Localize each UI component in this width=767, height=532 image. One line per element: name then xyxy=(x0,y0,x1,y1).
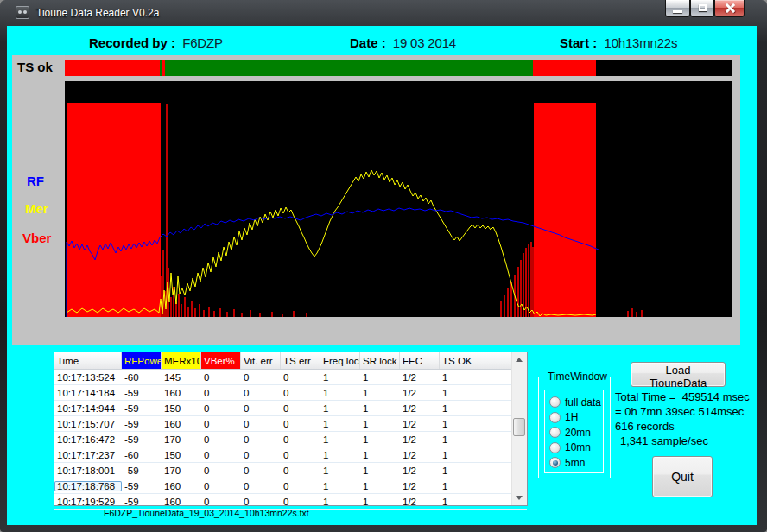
vertical-scrollbar[interactable] xyxy=(511,352,527,505)
load-tiounedata-button[interactable]: Load TiouneData xyxy=(631,362,726,387)
scroll-down-button[interactable] xyxy=(512,491,526,505)
column-header[interactable]: SR lock xyxy=(360,352,400,369)
column-header[interactable]: Vit. err xyxy=(241,352,281,369)
table-cell[interactable]: 10:17:18:001 xyxy=(54,466,122,476)
table-cell[interactable]: 10:17:15:707 xyxy=(54,419,122,429)
table-cell[interactable]: 0 xyxy=(201,481,241,491)
column-header[interactable]: TS err xyxy=(281,352,320,369)
close-button[interactable] xyxy=(714,0,745,17)
table-cell[interactable]: 0 xyxy=(281,434,320,445)
table-cell[interactable]: -59 xyxy=(122,497,162,507)
table-cell[interactable]: 1 xyxy=(360,497,400,507)
table-cell[interactable]: 0 xyxy=(281,466,320,476)
table-cell[interactable]: 160 xyxy=(162,388,201,398)
table-cell[interactable]: 170 xyxy=(162,434,201,445)
table-cell[interactable]: 10:17:18:768 xyxy=(54,481,122,491)
table-cell[interactable]: 1 xyxy=(360,388,400,398)
table-cell[interactable]: 0 xyxy=(201,434,241,445)
table-cell[interactable]: 0 xyxy=(241,388,281,398)
table-cell[interactable]: 0 xyxy=(281,372,320,383)
titlebar[interactable]: Tioune Data Reader V0.2a xyxy=(0,0,767,26)
table-cell[interactable]: 10:17:19:529 xyxy=(54,497,122,507)
table-cell[interactable]: 0 xyxy=(201,497,241,507)
table-cell[interactable]: -59 xyxy=(122,419,162,429)
table-cell[interactable]: 0 xyxy=(241,434,281,445)
table-cell[interactable]: 1/2 xyxy=(400,466,440,476)
table-cell[interactable]: 10:17:14:184 xyxy=(54,388,122,398)
table-row[interactable]: 10:17:16:472-59170000111/21 xyxy=(54,432,527,447)
table-cell[interactable]: 0 xyxy=(281,497,320,507)
table-cell[interactable]: 1/2 xyxy=(400,372,440,383)
table-cell[interactable]: 1 xyxy=(440,466,479,476)
radio-20mn[interactable]: 20mn xyxy=(549,425,603,440)
table-cell[interactable]: 10:17:16:472 xyxy=(54,434,122,445)
table-cell[interactable]: 150 xyxy=(162,403,201,414)
table-cell[interactable]: 0 xyxy=(281,403,320,414)
radio-full-data[interactable]: full data xyxy=(549,395,603,409)
table-cell[interactable]: 10:17:14:944 xyxy=(54,403,122,414)
table-cell[interactable]: -59 xyxy=(122,388,162,398)
table-cell[interactable]: 0 xyxy=(241,372,281,383)
table-cell[interactable]: 10:17:17:237 xyxy=(54,450,122,460)
table-cell[interactable]: 1 xyxy=(320,403,360,414)
table-cell[interactable]: 10:17:13:524 xyxy=(54,372,122,383)
table-cell[interactable]: 1 xyxy=(360,434,400,445)
table-cell[interactable]: -59 xyxy=(122,466,162,476)
table-cell[interactable]: 1 xyxy=(360,403,400,414)
table-cell[interactable]: 1 xyxy=(440,497,479,507)
table-row[interactable]: 10:17:15:707-59160000111/21 xyxy=(54,416,527,432)
table-row[interactable]: 10:17:13:524-60145000111/21 xyxy=(54,370,527,385)
table-cell[interactable]: 0 xyxy=(201,403,241,414)
table-row[interactable]: 10:17:14:944-59150000111/21 xyxy=(54,401,527,416)
table-cell[interactable]: 0 xyxy=(281,481,320,491)
table-cell[interactable]: 0 xyxy=(201,450,241,460)
table-cell[interactable]: 1 xyxy=(320,388,360,398)
radio-10mn[interactable]: 10mn xyxy=(549,440,603,455)
table-cell[interactable]: 1 xyxy=(320,434,360,445)
quit-button[interactable]: Quit xyxy=(652,456,713,497)
table-cell[interactable]: 1 xyxy=(320,481,360,491)
table-cell[interactable]: 1/2 xyxy=(400,481,440,491)
table-cell[interactable]: -59 xyxy=(122,434,162,445)
table-cell[interactable]: 0 xyxy=(241,419,281,429)
table-row[interactable]: 10:17:14:184-59160000111/21 xyxy=(54,385,527,401)
table-cell[interactable]: 1 xyxy=(440,372,479,383)
column-header[interactable]: TS OK xyxy=(440,352,479,369)
table-cell[interactable]: 1 xyxy=(440,434,479,445)
table-cell[interactable]: 1 xyxy=(360,450,400,460)
table-cell[interactable]: 0 xyxy=(241,497,281,507)
table-cell[interactable]: 145 xyxy=(162,372,201,383)
table-cell[interactable]: 1 xyxy=(440,450,479,460)
table-cell[interactable]: 1 xyxy=(360,372,400,383)
table-cell[interactable]: 1 xyxy=(360,419,400,429)
minimize-button[interactable] xyxy=(665,0,690,17)
table-cell[interactable]: 1 xyxy=(440,388,479,398)
table-cell[interactable]: 0 xyxy=(201,419,241,429)
table-row[interactable]: 10:17:18:768-59160000111/21 xyxy=(54,478,527,494)
table-cell[interactable]: 0 xyxy=(201,466,241,476)
table-cell[interactable]: 0 xyxy=(201,388,241,398)
column-header[interactable]: VBer% xyxy=(201,352,241,369)
column-header[interactable]: MERx10 xyxy=(162,352,201,369)
table-row[interactable]: 10:17:18:001-59170000111/21 xyxy=(54,463,527,478)
table-cell[interactable]: 1 xyxy=(320,497,360,507)
table-cell[interactable]: 1 xyxy=(320,466,360,476)
table-cell[interactable]: 1/2 xyxy=(400,434,440,445)
table-cell[interactable]: 160 xyxy=(162,419,201,429)
table-cell[interactable]: 1/2 xyxy=(400,419,440,429)
column-header[interactable]: Time xyxy=(54,352,122,369)
table-cell[interactable]: 0 xyxy=(281,450,320,460)
table-cell[interactable]: 0 xyxy=(241,403,281,414)
table-cell[interactable]: -60 xyxy=(122,372,162,383)
table-cell[interactable]: 1 xyxy=(440,481,479,491)
scroll-up-button[interactable] xyxy=(512,352,526,367)
maximize-button[interactable] xyxy=(690,0,714,17)
table-cell[interactable]: 0 xyxy=(241,466,281,476)
table-cell[interactable]: 0 xyxy=(241,481,281,491)
radio-1h[interactable]: 1H xyxy=(549,410,603,425)
table-cell[interactable]: 0 xyxy=(201,372,241,383)
table-row[interactable]: 10:17:17:237-60150000111/21 xyxy=(54,447,527,463)
table-cell[interactable]: 1 xyxy=(440,403,479,414)
table-cell[interactable]: 1 xyxy=(320,419,360,429)
table-cell[interactable]: 1/2 xyxy=(400,450,440,460)
